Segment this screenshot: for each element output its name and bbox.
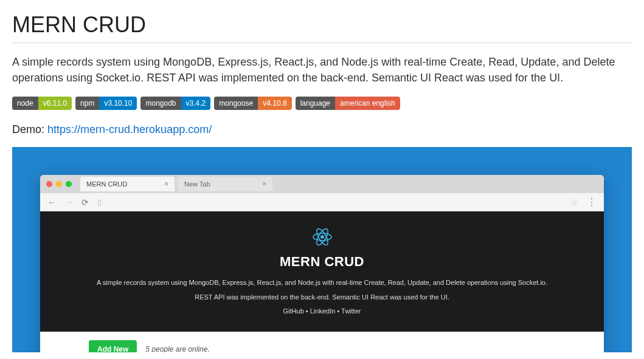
hero-title: MERN CRUD	[58, 254, 586, 270]
hero-line1: A simple records system using MongoDB, E…	[58, 278, 586, 287]
browser-window: MERN CRUD × New Tab × ← → ⟳ ▯ ☆ ⋮	[40, 175, 604, 352]
page-title: MERN CRUD	[12, 12, 632, 38]
hero-links: GitHub • LinkedIn • Twitter	[58, 307, 586, 316]
close-icon[interactable]: ×	[262, 180, 266, 188]
react-logo-icon	[58, 226, 586, 248]
description-text: A simple records system using MongoDB, E…	[12, 54, 632, 86]
svg-point-3	[320, 235, 324, 239]
star-icon[interactable]: ☆	[570, 197, 578, 207]
demo-label: Demo:	[12, 123, 47, 135]
tab-label: New Tab	[184, 180, 210, 188]
hero-line2: REST API was implemented on the back-end…	[58, 293, 586, 302]
minimize-dot	[56, 181, 62, 187]
close-icon[interactable]: ×	[164, 180, 168, 188]
badge-language: languageamerican english	[296, 97, 400, 110]
maximize-dot	[66, 181, 72, 187]
badge-node: nodev6.11.0	[12, 97, 72, 110]
browser-tab-active[interactable]: MERN CRUD ×	[80, 177, 175, 191]
browser-tab-inactive[interactable]: New Tab ×	[178, 177, 272, 191]
app-hero: MERN CRUD A simple records system using …	[40, 211, 604, 332]
menu-icon[interactable]: ⋮	[587, 196, 597, 208]
badge-mongodb: mongodbv3.4.2	[140, 97, 210, 110]
forward-icon[interactable]: →	[64, 197, 73, 207]
badge-npm: npmv3.10.10	[75, 97, 137, 110]
add-new-button[interactable]: Add New	[89, 340, 137, 352]
close-dot	[46, 181, 52, 187]
browser-address-bar: ← → ⟳ ▯ ☆ ⋮	[40, 193, 604, 211]
demo-screenshot: MERN CRUD × New Tab × ← → ⟳ ▯ ☆ ⋮	[12, 147, 632, 352]
back-icon[interactable]: ←	[47, 197, 56, 207]
page-icon: ▯	[97, 198, 102, 207]
online-count-text: 5 people are online.	[145, 345, 209, 352]
reload-icon[interactable]: ⟳	[81, 197, 89, 207]
demo-link[interactable]: https://mern-crud.herokuapp.com/	[47, 123, 212, 135]
app-body: Add New 5 people are online.	[40, 332, 604, 352]
badge-mongoose: mongoosev4.10.8	[214, 97, 291, 110]
badge-row: nodev6.11.0 npmv3.10.10 mongodbv3.4.2 mo…	[12, 97, 632, 110]
title-divider	[12, 43, 632, 43]
tab-label: MERN CRUD	[86, 180, 127, 188]
window-traffic-lights	[46, 181, 72, 187]
demo-line: Demo: https://mern-crud.herokuapp.com/	[12, 123, 632, 136]
browser-tabbar: MERN CRUD × New Tab ×	[40, 175, 604, 193]
